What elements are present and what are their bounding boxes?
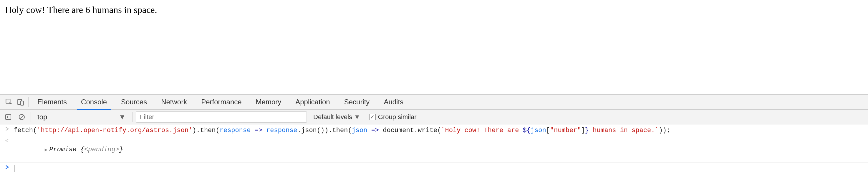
execution-context-select[interactable]: top ▼ <box>34 112 129 123</box>
inspect-element-icon[interactable] <box>3 94 15 110</box>
chevron-down-icon: ▼ <box>354 113 361 121</box>
group-similar-label: Group similar <box>378 113 416 121</box>
devtools-panel: ElementsConsoleSourcesNetworkPerformance… <box>0 94 868 175</box>
tabs-container: ElementsConsoleSourcesNetworkPerformance… <box>30 94 410 110</box>
tab-console[interactable]: Console <box>74 94 114 110</box>
console-toolbar: top ▼ Default levels ▼ ✓ Group similar <box>0 110 868 124</box>
divider <box>28 97 29 107</box>
chevron-down-icon: ▼ <box>119 113 126 121</box>
clear-console-icon[interactable] <box>17 110 27 124</box>
page-viewport: Holy cow! There are 6 humans in space. <box>0 0 868 94</box>
log-levels-label: Default levels <box>313 113 352 121</box>
tab-sources[interactable]: Sources <box>114 94 154 110</box>
divider <box>31 112 31 122</box>
tab-security[interactable]: Security <box>337 94 377 110</box>
console-prompt-input[interactable] <box>13 164 14 173</box>
group-similar-checkbox-group: ✓ Group similar <box>367 113 419 121</box>
expand-triangle-icon[interactable]: ▶ <box>45 147 48 153</box>
output-marker-icon <box>3 138 10 143</box>
text-cursor <box>14 165 14 172</box>
console-input-code: fetch('http://api.open-notify.org/astros… <box>13 126 671 134</box>
toggle-console-sidebar-icon[interactable] <box>3 110 13 124</box>
toggle-device-toolbar-icon[interactable] <box>15 94 27 110</box>
page-body-text: Holy cow! There are 6 humans in space. <box>5 4 157 15</box>
prompt-marker-icon <box>3 164 10 169</box>
tab-audits[interactable]: Audits <box>377 94 410 110</box>
divider <box>132 112 132 122</box>
svg-rect-3 <box>6 115 11 119</box>
svg-point-5 <box>5 140 6 141</box>
console-input-row: fetch('http://api.open-notify.org/astros… <box>0 124 868 136</box>
tab-elements[interactable]: Elements <box>30 94 74 110</box>
tab-performance[interactable]: Performance <box>194 94 248 110</box>
console-result-value[interactable]: ▶Promise {<pending>} <box>13 138 123 161</box>
input-marker-icon <box>3 126 10 131</box>
devtools-tabbar: ElementsConsoleSourcesNetworkPerformance… <box>0 94 868 110</box>
console-log-area: fetch('http://api.open-notify.org/astros… <box>0 124 868 175</box>
tab-memory[interactable]: Memory <box>249 94 288 110</box>
console-prompt-row[interactable] <box>0 163 868 175</box>
tab-application[interactable]: Application <box>288 94 337 110</box>
log-levels-select[interactable]: Default levels ▼ <box>310 113 364 121</box>
svg-rect-2 <box>21 101 24 105</box>
group-similar-checkbox[interactable]: ✓ <box>369 114 376 120</box>
filter-input[interactable] <box>136 112 307 123</box>
execution-context-value: top <box>37 113 47 121</box>
tab-network[interactable]: Network <box>154 94 194 110</box>
console-result-row: ▶Promise {<pending>} <box>0 136 868 163</box>
